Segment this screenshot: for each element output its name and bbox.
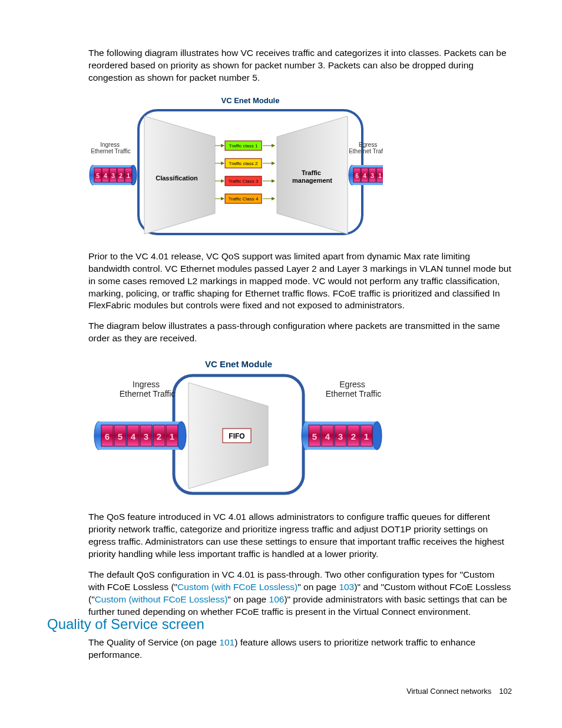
egress-cylinder: 5 4 3 2 1 [302, 421, 382, 450]
figure-title: VC Enet Module [222, 96, 280, 105]
link-custom-fcoe-lossless[interactable]: Custom (with FCoE Lossless) [177, 582, 297, 592]
paragraph: The default QoS configuration in VC 4.01… [88, 569, 513, 618]
ingress-cylinder: 6 5 4 3 2 1 [94, 421, 186, 450]
svg-text:Traffic class 2: Traffic class 2 [229, 161, 258, 166]
section-heading: Quality of Service screen [47, 616, 204, 633]
svg-text:3: 3 [371, 173, 374, 179]
figure-title: VC Enet Module [205, 359, 272, 369]
svg-text:6: 6 [355, 173, 359, 179]
svg-text:1: 1 [127, 173, 130, 179]
ingress-cylinder: 5 4 3 2 1 [90, 165, 137, 185]
svg-text:4: 4 [104, 173, 107, 179]
svg-text:5: 5 [96, 173, 100, 179]
paragraph: The diagram below illustrates a pass-thr… [88, 320, 513, 345]
paragraph: The QoS feature introduced in VC 4.01 al… [88, 511, 513, 561]
link-custom-without-fcoe-lossless[interactable]: Custom (without FCoE Lossless) [95, 594, 228, 604]
svg-text:6: 6 [105, 431, 110, 442]
page-content: The following diagram illustrates how VC… [88, 47, 513, 627]
svg-text:3: 3 [111, 173, 115, 179]
svg-text:Traffic Class 4: Traffic Class 4 [229, 196, 259, 202]
svg-text:3: 3 [338, 431, 343, 442]
classification-label: Classification [156, 174, 198, 182]
paragraph: The Quality of Service (on page 101) fea… [88, 637, 513, 661]
svg-text:2: 2 [351, 431, 356, 442]
svg-text:4: 4 [325, 431, 330, 442]
svg-text:5: 5 [118, 431, 123, 442]
paragraph: The following diagram illustrates how VC… [88, 47, 513, 84]
paragraph: Prior to the VC 4.01 release, VC QoS sup… [88, 251, 513, 312]
svg-text:5: 5 [312, 431, 317, 442]
traffic-classes: Traffic class 1 Traffic class 2 Traffic … [215, 141, 275, 203]
figure-traffic-classes: VC Enet Module Ingress Ethernet Traffic … [88, 93, 513, 240]
egress-cylinder: 6 4 3 1 [349, 165, 383, 185]
link-page-101[interactable]: 101 [219, 637, 234, 647]
svg-text:1: 1 [170, 431, 174, 442]
svg-text:2: 2 [157, 431, 161, 442]
svg-text:Traffic class 1: Traffic class 1 [229, 143, 258, 149]
ingress-label: Ingress Ethernet Traffic [91, 141, 131, 154]
svg-text:4: 4 [131, 431, 136, 442]
svg-text:2: 2 [119, 173, 123, 179]
figure-fifo: VC Enet Module Ingress Ethernet Traffic … [88, 353, 513, 500]
svg-text:3: 3 [144, 431, 148, 442]
egress-label: Egress Ethernet Traffic [326, 380, 382, 398]
egress-label: Egress Ethernet Traffic [349, 141, 383, 154]
page-footer: Virtual Connect networks 102 [406, 687, 512, 696]
link-page-103[interactable]: 103 [339, 582, 354, 592]
svg-text:1: 1 [378, 173, 382, 179]
svg-point-57 [372, 421, 382, 450]
svg-text:1: 1 [364, 431, 369, 442]
svg-text:4: 4 [363, 173, 366, 179]
fifo-label: FIFO [229, 432, 244, 440]
svg-text:Traffic Class 3: Traffic Class 3 [229, 179, 259, 184]
link-page-106[interactable]: 106 [269, 594, 285, 604]
ingress-label: Ingress Ethernet Traffic [120, 380, 176, 398]
